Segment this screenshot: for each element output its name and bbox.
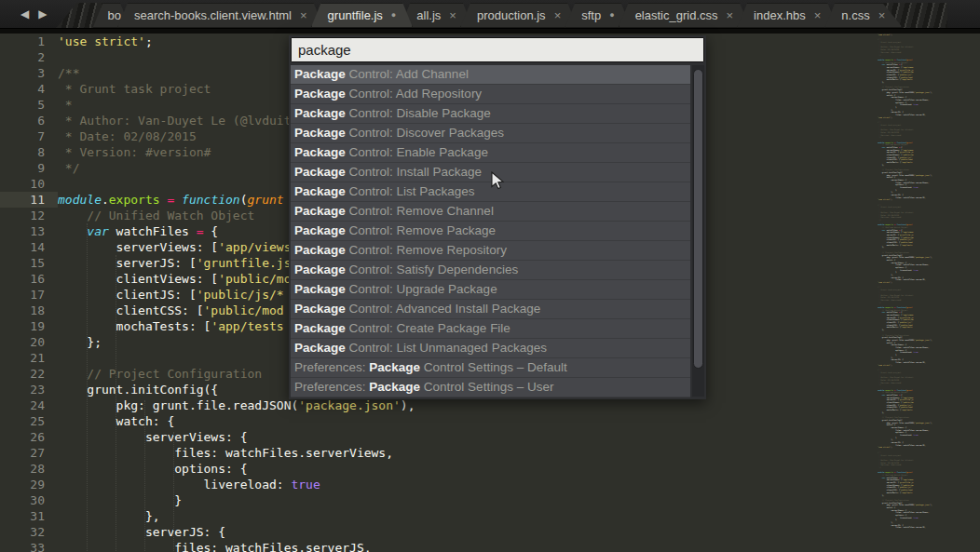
command-palette-item[interactable]: Preferences: Package Control Settings – … xyxy=(291,378,690,397)
token: pkg: grunt.file.readJSON( xyxy=(878,422,915,424)
line-number: 32 xyxy=(0,524,58,540)
command-palette-item[interactable]: Package Control: Upgrade Package xyxy=(291,280,690,300)
token: 'package.json' xyxy=(298,398,401,412)
token: } xyxy=(878,271,896,273)
token: ; xyxy=(145,34,153,48)
minimap[interactable]: 'use strict';/** * Grunt task project * … xyxy=(878,34,952,552)
token: * Date: 02/08/2015 xyxy=(878,462,899,464)
token: livereload: xyxy=(878,103,914,105)
token: 'app/tests xyxy=(211,319,283,333)
token: options: { xyxy=(878,101,906,103)
token: serverJS: [ xyxy=(878,234,899,236)
token: * Date: 02/08/2015 xyxy=(58,129,197,143)
token: watch: { xyxy=(878,506,895,508)
token: 'public/js/* xyxy=(197,288,284,302)
command-palette-item[interactable]: Package Control: Add Repository xyxy=(291,85,690,104)
tab-elastic_grid.css[interactable]: elastic_grid.css× xyxy=(619,3,750,28)
tab-search-books.client.view.html[interactable]: search-books.client.view.html× xyxy=(117,3,324,28)
tab-scroll-left-icon[interactable]: ◀ xyxy=(20,0,29,28)
minimap-line: files: watchFiles.serverJS, xyxy=(878,526,952,529)
palette-scrollbar-track[interactable] xyxy=(692,65,704,397)
token: * xyxy=(878,44,879,46)
tab-label: index.hbs xyxy=(754,8,806,22)
item-match: Package xyxy=(294,243,346,257)
token: true xyxy=(914,103,919,105)
close-tab-icon[interactable]: × xyxy=(300,9,307,21)
token: * Version: #version# xyxy=(878,382,901,384)
line-number: 11 xyxy=(0,192,58,208)
token: livereload: xyxy=(878,351,914,353)
token: clientCSS: [ xyxy=(878,241,900,243)
tab-index.hbs[interactable]: index.hbs× xyxy=(737,3,837,28)
tab-label: gruntfile.js xyxy=(328,8,383,22)
token: exports xyxy=(885,141,892,143)
item-rest: Control: Enable Package xyxy=(346,145,488,159)
command-palette-item[interactable]: Package Control: Remove Channel xyxy=(291,202,690,222)
token: 'public/mo xyxy=(218,272,291,286)
item-match: Package xyxy=(369,380,420,394)
line-number: 30 xyxy=(0,492,58,508)
token: files: watchFiles.serverViews, xyxy=(878,429,929,431)
command-palette-item[interactable]: Package Control: Satisfy Dependencies xyxy=(291,261,690,280)
token: function xyxy=(897,59,906,61)
token: grunt.initConfig({ xyxy=(878,419,903,421)
token: * Version: #version# xyxy=(878,216,901,218)
token: * Author: Van-Duyet Le (@lvduit xyxy=(878,128,914,130)
command-palette-item[interactable]: Preferences: Package Control Settings – … xyxy=(291,358,690,378)
palette-scrollbar-thumb[interactable] xyxy=(693,69,703,369)
token: watchFiles xyxy=(885,477,898,478)
command-palette-input[interactable] xyxy=(291,37,704,62)
token: files: watchFiles.serverJS, xyxy=(878,278,926,280)
token: 'package.json' xyxy=(915,339,931,341)
line-number: 15 xyxy=(0,255,58,271)
close-tab-icon[interactable]: × xyxy=(449,9,456,21)
line-number: 24 xyxy=(0,397,58,413)
token: }; xyxy=(878,164,884,166)
close-tab-icon[interactable]: × xyxy=(727,9,734,21)
token: /** xyxy=(878,121,881,123)
token: options: { xyxy=(878,183,906,185)
token: livereload: xyxy=(878,269,914,271)
token: mochaTests: [ xyxy=(878,409,901,411)
close-tab-icon[interactable]: × xyxy=(554,9,562,21)
token: livereload: xyxy=(58,478,291,491)
command-palette-item[interactable]: Package Control: Advanced Install Packag… xyxy=(291,300,690,319)
token: * xyxy=(878,209,879,210)
token: ; xyxy=(891,34,892,35)
token: * xyxy=(878,126,879,128)
token: var xyxy=(87,224,108,238)
token: 'app/views xyxy=(903,231,914,233)
command-palette-item[interactable]: Package Control: Create Package File xyxy=(291,319,690,339)
token: 'public/mod xyxy=(900,158,912,160)
token: mochaTests: [ xyxy=(58,319,211,333)
tab-label: sftp xyxy=(581,8,601,22)
token: grunt xyxy=(906,59,912,61)
command-palette-item[interactable]: Package Control: Remove Package xyxy=(291,222,690,241)
command-palette-item[interactable]: Package Control: Disable Package xyxy=(291,104,690,124)
command-palette-item[interactable]: Package Control: Add Channel xyxy=(291,65,690,85)
token: 'use strict' xyxy=(878,116,891,118)
item-rest: Control: Remove Repository xyxy=(346,243,507,257)
tab-production.js[interactable]: production.js× xyxy=(460,3,578,28)
token: serverViews: [ xyxy=(58,240,218,254)
item-rest: Control: Satisfy Dependencies xyxy=(346,263,518,276)
tab-gruntfile.js[interactable]: gruntfile.js● xyxy=(311,3,414,28)
token: serverJS: { xyxy=(878,358,904,360)
token: 'public/mod xyxy=(900,324,912,326)
line-number: 13 xyxy=(0,223,58,239)
token xyxy=(174,193,182,207)
token: * Author: Van-Duyet Le (@lvduit xyxy=(878,294,914,296)
token: serverViews: { xyxy=(878,262,906,263)
tab-scroll-right-icon[interactable]: ▶ xyxy=(38,0,47,28)
indent-guide xyxy=(144,400,145,552)
item-rest: Control Settings – Default xyxy=(420,360,567,374)
command-palette-item[interactable]: Package Control: Remove Repository xyxy=(291,241,690,261)
token: clientViews: [ xyxy=(878,401,903,403)
command-palette-item[interactable]: Package Control: Enable Package xyxy=(291,143,690,163)
token: // Project Configuration xyxy=(882,86,909,88)
command-palette-item[interactable]: Package Control: Discover Packages xyxy=(291,124,690,143)
token: ( xyxy=(240,193,248,207)
close-tab-icon[interactable]: × xyxy=(814,9,822,21)
close-tab-icon[interactable]: × xyxy=(878,9,886,21)
command-palette-item[interactable]: Package Control: List Unmanaged Packages xyxy=(291,339,690,358)
